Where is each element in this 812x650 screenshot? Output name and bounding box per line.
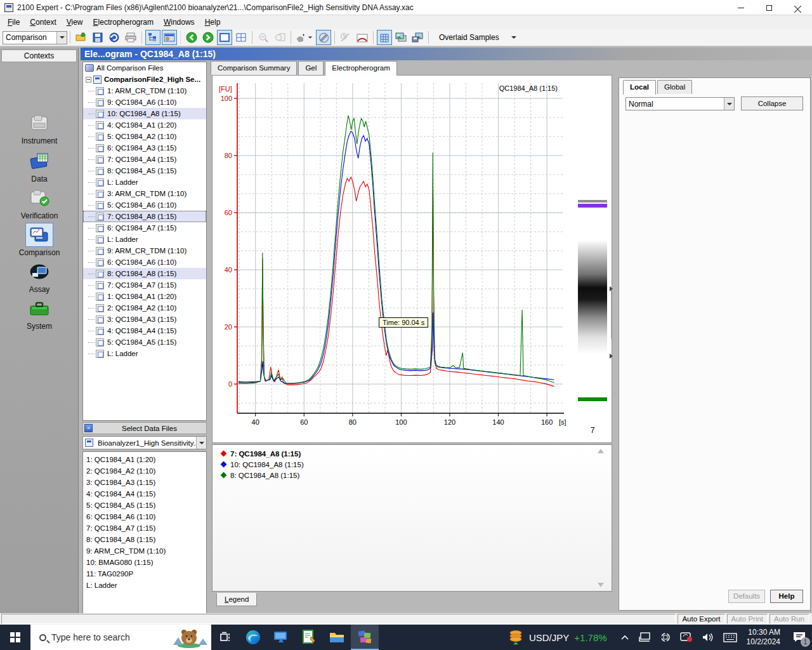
collapse-expander-icon[interactable] (86, 77, 91, 83)
data-file-item[interactable]: 2: QC1984_A2 (1:10) (83, 465, 206, 477)
taskbar-search-input[interactable]: Type here to search (30, 625, 211, 650)
taskbar-clock[interactable]: 10:30 AM 10/2/2024 (747, 628, 780, 647)
auto-export-indicator[interactable]: Auto Export (678, 614, 724, 624)
legend-entry[interactable]: 8: QC1984_A8 (1:15) (213, 470, 612, 481)
zoom-region-button[interactable] (272, 30, 287, 45)
show-grid-button[interactable] (377, 30, 392, 45)
sample-checkbox[interactable] (96, 281, 104, 289)
sample-checkbox[interactable] (96, 110, 104, 118)
chart-area[interactable]: 020406080100406080100120140160[s][FU]QC1… (212, 75, 612, 443)
context-item-verification[interactable]: Verification (0, 186, 79, 220)
select-data-files-header[interactable]: » Select Data Files (82, 422, 207, 434)
toggle-panel-button[interactable] (162, 30, 177, 45)
menu-context[interactable]: Context (25, 16, 61, 29)
data-file-item[interactable]: 5: QC1984_A5 (1:15) (83, 500, 206, 511)
file-explorer-button[interactable] (323, 625, 351, 650)
tree-sample-item[interactable]: 10: QC1984_A8 (1:15) (83, 108, 206, 119)
tree-sample-item[interactable]: 5: QC1984_A2 (1:10) (83, 131, 206, 142)
data-file-item[interactable]: 4: QC1984_A4 (1:15) (83, 488, 206, 500)
sample-checkbox[interactable] (96, 190, 104, 198)
copy-image-button[interactable] (393, 30, 409, 45)
sync-icon[interactable] (660, 632, 671, 643)
sample-checkbox[interactable] (96, 213, 104, 221)
data-file-item[interactable]: 7: QC1984_A7 (1:15) (83, 522, 206, 534)
task-view-button[interactable] (211, 625, 239, 650)
menu-file[interactable]: File (3, 16, 25, 29)
bioanalyzer-app-button[interactable] (351, 625, 379, 650)
tree-root[interactable]: All Comparison Files (83, 62, 206, 74)
menu-windows[interactable]: Windows (159, 16, 200, 29)
chevron-down-icon[interactable] (196, 437, 206, 449)
open-file-button[interactable] (74, 30, 89, 45)
data-file-list[interactable]: 1: QC1984_A1 (1:20)2: QC1984_A2 (1:10)3:… (82, 451, 207, 617)
scroll-down-icon[interactable] (598, 583, 604, 587)
zoom-out-button[interactable] (256, 30, 271, 45)
electropherogram-chart[interactable]: 020406080100406080100120140160[s][FU]QC1… (213, 76, 574, 442)
legend-entry[interactable]: 10: QC1984_A8 (1:15) (213, 459, 612, 470)
start-button[interactable] (0, 625, 30, 650)
tree-sample-item[interactable]: 4: QC1984_A1 (1:20) (83, 119, 206, 131)
sample-checkbox[interactable] (96, 201, 104, 209)
sample-checkbox[interactable] (96, 315, 104, 324)
tree-sample-item[interactable]: L: Ladder (83, 176, 206, 188)
remote-desktop-button[interactable] (267, 625, 295, 650)
chevron-down-icon[interactable] (56, 32, 67, 44)
tree-sample-item[interactable]: 6: QC1984_A7 (1:15) (83, 222, 206, 234)
data-file-item[interactable]: 10: BMAG080 (1:15) (83, 557, 206, 568)
tab-local[interactable]: Local (623, 80, 656, 95)
export-image-button[interactable] (410, 30, 425, 45)
tree-sample-item[interactable]: 5: QC1984_A5 (1:15) (83, 336, 206, 348)
sample-checkbox[interactable] (96, 156, 104, 164)
arc-smoothing-button[interactable] (355, 30, 370, 45)
sample-checkbox[interactable] (96, 144, 104, 152)
auto-run-indicator[interactable]: Auto Run (769, 614, 809, 624)
legend-entry[interactable]: 7: QC1984_A8 (1:15) (213, 448, 612, 459)
notification-center-button[interactable]: 1 (787, 625, 812, 650)
tab-comparison-summary[interactable]: Comparison Summary (211, 61, 297, 75)
toggle-tree-button[interactable] (145, 30, 160, 45)
volume-icon[interactable] (702, 632, 714, 642)
tree-sample-item[interactable]: 9: ARM_CR_TDM (1:10) (83, 245, 206, 256)
bear-illustration[interactable] (169, 626, 209, 649)
sample-checkbox[interactable] (96, 87, 104, 95)
tab-global[interactable]: Global (657, 80, 692, 94)
close-button[interactable] (783, 0, 812, 15)
collapse-button[interactable]: Collapse (741, 96, 803, 110)
gel-scale-bottom-handle[interactable] (610, 354, 613, 359)
grid-view-button[interactable] (233, 30, 249, 45)
sample-checkbox[interactable] (96, 247, 104, 255)
tree-sample-item[interactable]: 1: QC1984_A1 (1:20) (83, 291, 206, 302)
forward-button[interactable] (200, 30, 216, 45)
data-file-item[interactable]: L: Ladder (83, 580, 206, 591)
tree-sample-item[interactable]: 8: QC1984_A8 (1:15) (83, 268, 206, 279)
sample-checkbox[interactable] (96, 133, 104, 141)
update-alert-icon[interactable] (680, 632, 693, 643)
data-file-item[interactable]: 8: QC1984_A8 (1:15) (83, 534, 206, 545)
sample-checkbox[interactable] (96, 304, 104, 312)
legend-tab[interactable]: Legend (216, 593, 257, 606)
tree-sample-item[interactable]: 4: QC1984_A4 (1:15) (83, 325, 206, 336)
context-select[interactable]: Comparison (3, 31, 67, 44)
undo-button[interactable] (107, 30, 122, 45)
tree-sample-item[interactable]: 1: ARM_CR_TDM (1:10) (83, 85, 206, 96)
sample-checkbox[interactable] (96, 235, 104, 244)
menu-view[interactable]: View (62, 16, 88, 29)
report-app-button[interactable] (295, 625, 323, 650)
data-file-item[interactable]: 11: TAG0290P (83, 568, 206, 580)
tab-electropherogram[interactable]: Electropherogram (325, 61, 396, 76)
tree-sample-item[interactable]: 7: QC1984_A7 (1:15) (83, 279, 206, 291)
context-item-assay[interactable]: Assay (0, 260, 79, 294)
data-file-item[interactable]: 6: QC1984_A6 (1:10) (83, 511, 206, 522)
tree-sample-item[interactable]: L: Ladder (83, 348, 206, 359)
sample-checkbox[interactable] (96, 270, 104, 278)
sample-checkbox[interactable] (96, 258, 104, 267)
sample-checkbox[interactable] (96, 98, 104, 107)
scale-mode-select[interactable]: Normal (625, 97, 735, 110)
tree-sample-item[interactable]: 5: QC1984_A6 (1:10) (83, 199, 206, 211)
sample-checkbox[interactable] (96, 293, 104, 301)
chevron-down-icon[interactable] (724, 98, 734, 110)
tree-sample-item[interactable]: 6: QC1984_A3 (1:15) (83, 142, 206, 154)
chevron-double-down-icon[interactable]: » (84, 424, 93, 432)
context-item-instrument[interactable]: Instrument (0, 111, 79, 145)
data-file-item[interactable]: 1: QC1984_A1 (1:20) (83, 454, 206, 465)
